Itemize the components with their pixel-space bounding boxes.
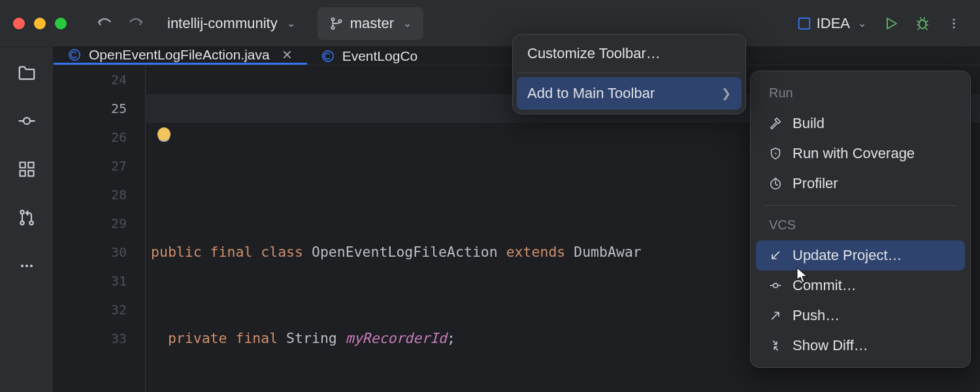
- run-config-icon: [797, 16, 811, 31]
- run-button[interactable]: [878, 10, 904, 37]
- commit-tool-button[interactable]: [16, 110, 38, 132]
- file-type-class-icon: [68, 48, 81, 61]
- project-tool-button[interactable]: [16, 61, 38, 84]
- svg-rect-11: [20, 171, 25, 176]
- svg-point-2: [338, 20, 341, 22]
- commit-icon: [768, 279, 783, 292]
- profiler-icon: [768, 176, 783, 191]
- left-toolbar: [0, 47, 54, 392]
- more-menu-button[interactable]: [941, 10, 967, 37]
- menu-section-header: VCS: [756, 212, 965, 240]
- svg-rect-9: [20, 163, 25, 168]
- more-tools-button[interactable]: [16, 255, 38, 277]
- run-with-coverage-item[interactable]: Run with Coverage: [756, 139, 965, 169]
- tab-title: EventLogCo: [342, 48, 418, 64]
- minimize-window-button[interactable]: [34, 18, 46, 29]
- update-project-item[interactable]: Update Project…: [756, 240, 965, 270]
- svg-point-22: [774, 284, 778, 288]
- svg-rect-3: [798, 18, 809, 29]
- intention-bulb-icon[interactable]: [157, 127, 171, 140]
- diff-icon: [768, 338, 783, 353]
- redo-button[interactable]: [123, 10, 149, 37]
- project-selector[interactable]: intellij-community ⌄: [158, 10, 304, 37]
- close-tab-button[interactable]: ✕: [282, 47, 293, 63]
- structure-tool-button[interactable]: [16, 158, 38, 180]
- branch-icon: [329, 16, 344, 31]
- commit-item[interactable]: Commit…: [756, 270, 965, 301]
- editor-tab[interactable]: OpenEventLogFileAction.java ✕: [54, 47, 307, 65]
- run-config-name: IDEA: [817, 15, 850, 32]
- toolbar-context-menu: Customize Toolbar… Add to Main Toolbar ❯: [512, 34, 746, 114]
- git-branch-selector[interactable]: master ⌄: [318, 7, 423, 40]
- show-diff-item[interactable]: Show Diff…: [756, 331, 965, 361]
- svg-point-0: [331, 18, 334, 20]
- svg-point-5: [953, 18, 955, 20]
- title-bar: intellij-community ⌄ master ⌄ IDEA ⌄: [0, 0, 980, 47]
- chevron-down-icon: ⌄: [403, 17, 412, 29]
- svg-point-6: [953, 22, 955, 24]
- svg-point-17: [25, 265, 28, 267]
- tab-title: OpenEventLogFileAction.java: [89, 47, 270, 63]
- menu-section-header: Run: [756, 80, 965, 108]
- line-gutter: 24 25 26 27 28 29 30 31 32 33: [54, 65, 145, 392]
- run-config-selector[interactable]: IDEA ⌄: [797, 15, 866, 32]
- undo-button[interactable]: [91, 10, 118, 37]
- arrow-down-left-icon: [768, 249, 783, 262]
- build-item[interactable]: Build: [756, 108, 965, 139]
- add-to-main-toolbar-item[interactable]: Add to Main Toolbar ❯: [517, 77, 742, 110]
- file-type-class-icon: [321, 50, 335, 63]
- coverage-icon: [768, 146, 783, 161]
- branch-name: master: [350, 15, 394, 32]
- hammer-icon: [768, 116, 783, 131]
- svg-point-18: [30, 265, 33, 267]
- svg-point-8: [24, 118, 30, 124]
- pull-requests-tool-button[interactable]: [16, 206, 38, 229]
- svg-point-4: [919, 20, 926, 28]
- arrow-up-right-icon: [768, 309, 783, 322]
- window-controls: [13, 18, 67, 29]
- add-to-toolbar-submenu: Run Build Run with Coverage Profiler VCS…: [750, 71, 971, 368]
- svg-point-1: [331, 26, 334, 29]
- push-item[interactable]: Push…: [756, 301, 965, 331]
- editor-tab[interactable]: EventLogCo: [307, 47, 433, 65]
- profiler-item[interactable]: Profiler: [756, 169, 965, 199]
- close-window-button[interactable]: [13, 18, 25, 29]
- svg-rect-12: [28, 171, 33, 176]
- chevron-down-icon: ⌄: [287, 17, 295, 29]
- svg-point-13: [20, 210, 24, 214]
- svg-point-16: [21, 265, 24, 267]
- svg-point-14: [20, 221, 24, 224]
- chevron-right-icon: ❯: [721, 86, 731, 101]
- svg-point-7: [953, 26, 955, 28]
- customize-toolbar-item[interactable]: Customize Toolbar…: [513, 35, 745, 73]
- chevron-down-icon: ⌄: [858, 17, 866, 29]
- project-name: intellij-community: [167, 15, 278, 32]
- svg-point-15: [29, 221, 33, 224]
- svg-rect-10: [28, 163, 33, 168]
- debug-button[interactable]: [909, 10, 936, 37]
- maximize-window-button[interactable]: [55, 18, 67, 29]
- mouse-cursor-icon: [796, 267, 809, 284]
